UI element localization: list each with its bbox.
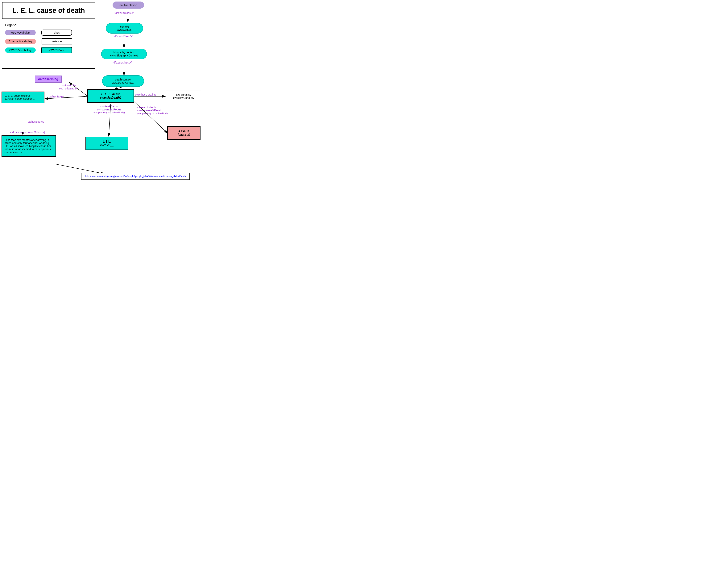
- node-context: context cwrc:Context: [106, 23, 143, 34]
- title-box: L. E. L. cause of death: [2, 2, 96, 19]
- edge-label-selector: [extraction via an oa:Selector]: [9, 131, 45, 134]
- node-biographycontext: biography context cwrc:BiographyContext: [101, 49, 147, 59]
- lel-death-line2: cwrc:lelDeath1: [92, 96, 130, 99]
- w3c-vocabulary-pill: W3C Vocabulary: [5, 30, 36, 35]
- deathcontext-line1: death context: [106, 78, 140, 81]
- legend-box: Legend W3C Vocabulary class External Voc…: [2, 21, 96, 69]
- class-rect: class: [41, 29, 72, 36]
- node-lel-death: L. E. L. death cwrc:lelDeath1: [87, 89, 134, 103]
- url-text[interactable]: http://orlando.cambridge.org/protected/s…: [85, 175, 186, 177]
- edge-label-causeofdeath: cause of death cwrc:causeOfDeath (subpro…: [137, 106, 168, 115]
- node-url[interactable]: http://orlando.cambridge.org/protected/s…: [81, 173, 190, 180]
- edge-label-subclassof-3: rdfs:subClassOf: [112, 61, 132, 64]
- death-excerpt-line2: cwrc:lel_death_snippet_1: [5, 97, 41, 100]
- edge-label-hassource: oa:hasSource: [28, 120, 44, 123]
- node-low-certainty: low certainty cwrc:lowCertainty: [166, 90, 201, 102]
- node-lel-person: L.E.L. cwrc:lel__: [85, 137, 128, 150]
- external-vocabulary-pill: External Vocabulary: [5, 39, 36, 44]
- legend-rows: W3C Vocabulary class External Vocabulary…: [5, 29, 92, 53]
- assault-line1: Assault: [171, 129, 196, 133]
- lel-death-line1: L. E. L. death: [92, 92, 130, 96]
- diagram-container: L. E. L. cause of death Legend W3C Vocab…: [0, 0, 241, 196]
- node-text-excerpt: Less than two months after arriving in A…: [2, 135, 56, 157]
- biographycontext-line1: biography context: [105, 51, 143, 54]
- annotation-label: oa:Annotation: [120, 3, 137, 7]
- biographycontext-line2: cwrc:BiographyContext: [105, 54, 143, 57]
- context-line2: cwrc:Context: [110, 28, 139, 31]
- lel-person-line2: cwrc:lel__: [90, 143, 124, 147]
- lel-person-line1: L.E.L.: [90, 140, 124, 143]
- legend-row-2: External Vocabulary instance: [5, 38, 92, 44]
- assault-line2: ii:assault: [171, 133, 196, 136]
- deathcontext-line2: cwrc:DeathContext: [106, 81, 140, 84]
- context-line1: context: [110, 25, 139, 28]
- node-assault: Assault ii:assault: [167, 126, 201, 140]
- node-annotation: oa:Annotation: [112, 2, 144, 8]
- node-deathcontext: death context cwrc:DeathContext: [102, 75, 144, 87]
- legend-row-1: W3C Vocabulary class: [5, 29, 92, 36]
- edge-label-hascertainty: cwrc:hasCertainty: [135, 93, 156, 96]
- edge-label-hastarget: oa:hasTarget: [49, 95, 64, 98]
- node-death-excerpt: L. E. L. death excerpt cwrc:lel_death_sn…: [2, 91, 44, 103]
- legend-title: Legend: [5, 23, 92, 27]
- cwrc-vocabulary-pill: CWRC Vocabulary: [5, 47, 36, 53]
- edge-label-contextfocus: context focus cwrc:contextFocus (subprop…: [94, 105, 125, 114]
- edge-label-subclassof-1: rdfs:subClassOf: [115, 12, 133, 15]
- title-text: L. E. L. cause of death: [13, 6, 85, 15]
- edge-label-motivatedby: motivated by oa:motivatedBy: [59, 84, 78, 90]
- instance-rect: instance: [42, 38, 72, 44]
- text-excerpt-content: Less than two months after arriving in A…: [5, 139, 51, 154]
- node-describing: oa:describing: [35, 76, 62, 83]
- death-excerpt-line1: L. E. L. death excerpt: [5, 94, 41, 97]
- edge-label-subclassof-2: rdfs:subClassOf: [113, 35, 132, 38]
- legend-row-3: CWRC Vocabulary CWRC Data: [5, 47, 92, 53]
- cwrc-data-rect: CWRC Data: [41, 47, 72, 53]
